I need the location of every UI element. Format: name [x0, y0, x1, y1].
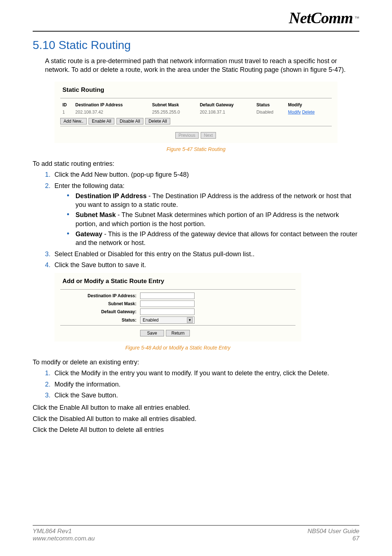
bullet-gateway-text: - This is the IP Address of the gateway … — [75, 230, 358, 246]
figure-2-caption: Figure 5-48 Add or Modify a Static Route… — [54, 344, 301, 351]
step-2-text: Enter the following data: — [54, 182, 124, 189]
modify-step-1: Click the Modify in the entry you want t… — [52, 369, 359, 377]
brand-logo-text: NetComm — [289, 9, 353, 27]
brand-logo: NetComm ™ — [33, 9, 359, 31]
col-default-gateway: Default Gateway — [197, 101, 254, 109]
cell-default-gateway: 202.108.37.1 — [197, 109, 254, 116]
modify-step-2: Modify the information. — [52, 380, 359, 389]
enable-all-note: Click the Enable All button to make all … — [33, 403, 359, 412]
step-1-text: Click the Add New button. (pop-up figure… — [54, 171, 189, 178]
col-status: Status — [254, 101, 286, 109]
add-entries-intro: To add static routing entries: — [33, 159, 359, 168]
return-button[interactable]: Return — [166, 330, 190, 336]
intro-paragraph: A static route is a pre-determined path … — [45, 57, 359, 74]
delete-all-note: Click the Delete All button to delete al… — [33, 425, 359, 434]
bullet-dest-ip-label: Destination IP Address — [75, 192, 147, 200]
section-heading: 5.10 Static Routing — [33, 37, 359, 53]
routing-table: ID Destination IP Address Subnet Mask De… — [60, 101, 332, 116]
footer-page-number: 67 — [307, 535, 359, 542]
modify-step-3: Click the Save button. — [52, 391, 359, 400]
add-steps-list: Click the Add New button. (pop-up figure… — [33, 170, 359, 269]
modify-step-1-text: Click the Modify in the entry you want t… — [54, 369, 329, 377]
modify-intro: To modify or delete an existing entry: — [33, 358, 359, 367]
delete-all-button[interactable]: Delete All — [145, 118, 170, 124]
step-4-text: Click the Save button to save it. — [54, 261, 146, 269]
step-1: Click the Add New button. (pop-up figure… — [52, 170, 359, 179]
step-2: Enter the following data: Destination IP… — [52, 181, 359, 248]
step-3-text: Select Enabled or Disabled for this entr… — [54, 250, 254, 258]
divider — [60, 325, 295, 326]
chevron-down-icon: ▼ — [187, 317, 193, 323]
select-status[interactable]: Enabled ▼ — [140, 316, 195, 324]
bullet-dest-ip: Destination IP Address - The Destination… — [67, 192, 359, 209]
cell-dest-ip: 202.108.37.42 — [73, 109, 150, 116]
divider — [60, 126, 332, 126]
page-footer: YML864 Rev1 www.netcomm.com.au NB504 Use… — [33, 522, 359, 542]
bullet-subnet-mask: Subnet Mask - The Subnet Mask determines… — [67, 210, 359, 228]
col-dest-ip: Destination IP Address — [73, 101, 150, 109]
modify-step-3-text: Click the Save button. — [54, 392, 118, 399]
previous-button[interactable]: Previous — [175, 132, 199, 139]
add-modify-title: Add or Modify a Static Route Entry — [60, 277, 295, 288]
bullet-subnet-mask-label: Subnet Mask — [75, 211, 116, 218]
label-default-gateway: Default Gateway: — [60, 309, 140, 315]
divider — [60, 289, 295, 290]
cell-id: 1 — [60, 109, 73, 116]
col-id: ID — [60, 101, 73, 109]
col-subnet-mask: Subnet Mask — [150, 101, 197, 109]
label-status: Status: — [60, 317, 140, 323]
footer-guide-title: NB504 User Guide — [307, 528, 359, 535]
static-routing-title: Static Routing — [60, 85, 332, 97]
cell-subnet-mask: 255.255.255.0 — [150, 109, 197, 116]
label-subnet-mask: Subnet Mask: — [60, 301, 140, 307]
col-modify: Modify — [286, 101, 332, 109]
delete-link[interactable]: Delete — [302, 110, 315, 115]
add-modify-screenshot: Add or Modify a Static Route Entry Desti… — [54, 273, 301, 342]
disable-all-button[interactable]: Disable All — [117, 118, 143, 124]
cell-status: Disabled — [254, 109, 286, 116]
figure-1-caption: Figure 5-47 Static Routing — [54, 146, 338, 153]
input-subnet-mask[interactable] — [140, 301, 195, 307]
disable-all-note: Click the Disabled All button to make al… — [33, 414, 359, 423]
divider — [60, 98, 332, 98]
label-dest-ip: Destination IP Address: — [60, 293, 140, 299]
table-row: 1 202.108.37.42 255.255.255.0 202.108.37… — [60, 109, 332, 116]
enable-all-button[interactable]: Enable All — [89, 118, 114, 124]
next-button[interactable]: Next — [201, 132, 216, 139]
trademark-symbol: ™ — [354, 15, 359, 21]
input-default-gateway[interactable] — [140, 308, 195, 315]
input-dest-ip[interactable] — [140, 293, 195, 299]
save-button[interactable]: Save — [140, 330, 164, 336]
modify-steps-list: Click the Modify in the entry you want t… — [33, 369, 359, 400]
add-new-button[interactable]: Add New.. — [60, 118, 87, 124]
footer-url: www.netcomm.com.au — [33, 535, 95, 542]
bullet-gateway: Gateway - This is the IP Address of the … — [67, 230, 359, 248]
footer-divider — [33, 525, 359, 526]
select-status-value: Enabled — [143, 317, 159, 323]
bullet-gateway-label: Gateway — [75, 230, 102, 238]
step-3: Select Enabled or Disabled for this entr… — [52, 250, 359, 258]
header-divider — [33, 31, 359, 32]
modify-step-2-text: Modify the information. — [54, 381, 121, 388]
static-routing-screenshot: Static Routing ID Destination IP Address… — [54, 82, 338, 143]
modify-link[interactable]: Modify — [288, 110, 301, 115]
footer-revision: YML864 Rev1 — [33, 528, 95, 535]
step-4: Click the Save button to save it. — [52, 261, 359, 269]
